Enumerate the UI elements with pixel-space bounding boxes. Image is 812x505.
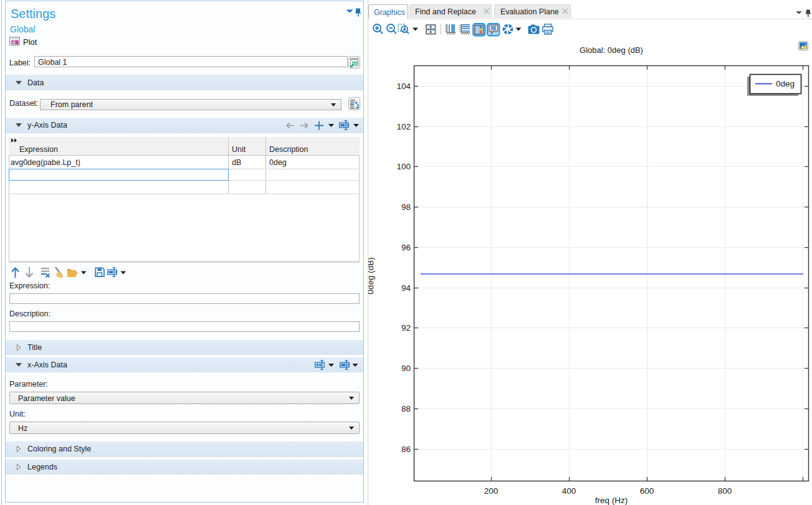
svg-text:100: 100 — [396, 162, 411, 171]
svg-text:102: 102 — [396, 122, 411, 131]
svg-text:96: 96 — [401, 243, 411, 252]
svg-text:104: 104 — [396, 82, 411, 91]
svg-text:98: 98 — [401, 202, 411, 212]
svg-text:0deg (dB): 0deg (dB) — [368, 257, 375, 294]
svg-text:800: 800 — [718, 486, 732, 496]
svg-text:86: 86 — [401, 445, 411, 454]
svg-text:90: 90 — [401, 364, 411, 373]
svg-text:200: 200 — [484, 486, 499, 496]
svg-text:92: 92 — [401, 323, 411, 333]
svg-text:0deg: 0deg — [776, 79, 795, 88]
svg-text:88: 88 — [401, 404, 411, 413]
svg-text:400: 400 — [562, 486, 576, 496]
svg-text:600: 600 — [640, 486, 654, 496]
svg-text:94: 94 — [401, 283, 411, 293]
svg-text:freq (Hz): freq (Hz) — [595, 496, 628, 505]
